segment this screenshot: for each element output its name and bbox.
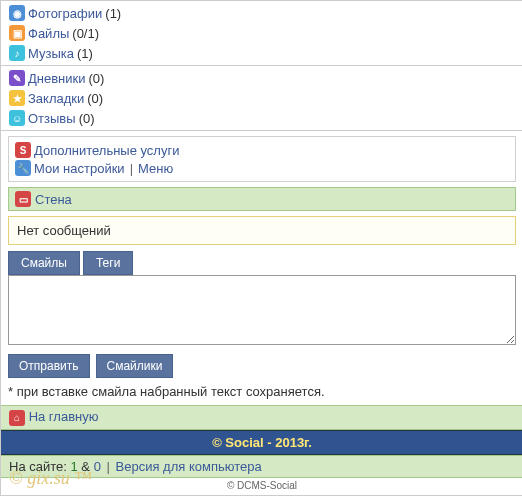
post-tabs: Смайлы Теги xyxy=(8,251,516,275)
link-photos[interactable]: Фотографии xyxy=(28,6,102,21)
nav-item-diaries[interactable]: ✎ Дневники (0) xyxy=(1,68,522,88)
online-prefix: На сайте: xyxy=(9,459,67,474)
camera-icon: ◉ xyxy=(9,5,25,21)
home-icon: ⌂ xyxy=(9,410,25,426)
tab-tags[interactable]: Теги xyxy=(83,251,133,275)
amp: & xyxy=(81,459,90,474)
my-settings-row: 🔧 Мои настройки | Меню xyxy=(15,159,509,177)
link-diaries[interactable]: Дневники xyxy=(28,71,86,86)
hint-text: * при вставке смайла набранный текст сох… xyxy=(8,384,516,399)
star-icon: ★ xyxy=(9,90,25,106)
nav-item-reviews[interactable]: ☺ Отзывы (0) xyxy=(1,108,522,128)
reviews-icon: ☺ xyxy=(9,110,25,126)
app-container: ◉ Фотографии (1) ▣ Файлы (0/1) ♪ Музыка … xyxy=(0,0,522,496)
send-button[interactable]: Отправить xyxy=(8,354,90,378)
smilies-button[interactable]: Смайлики xyxy=(96,354,174,378)
wrench-icon: 🔧 xyxy=(15,160,31,176)
button-row: Отправить Смайлики xyxy=(8,354,516,378)
nav-item-files[interactable]: ▣ Файлы (0/1) xyxy=(1,23,522,43)
online-bar: На сайте: 1 & 0 | Версия для компьютера xyxy=(1,455,522,478)
nav-item-music[interactable]: ♪ Музыка (1) xyxy=(1,43,522,63)
link-files[interactable]: Файлы xyxy=(28,26,69,41)
link-music[interactable]: Музыка xyxy=(28,46,74,61)
link-menu[interactable]: Меню xyxy=(138,161,173,176)
services-icon: S xyxy=(15,142,31,158)
count: (1) xyxy=(105,6,121,21)
extra-services-row[interactable]: S Дополнительные услуги xyxy=(15,141,509,159)
link-pc-version[interactable]: Версия для компьютера xyxy=(116,459,262,474)
wall-icon: ▭ xyxy=(15,191,31,207)
nav-item-photos[interactable]: ◉ Фотографии (1) xyxy=(1,3,522,23)
nav-item-bookmarks[interactable]: ★ Закладки (0) xyxy=(1,88,522,108)
count: (1) xyxy=(77,46,93,61)
settings-box: S Дополнительные услуги 🔧 Мои настройки … xyxy=(8,136,516,182)
message-textarea[interactable] xyxy=(8,275,516,345)
online-count-0[interactable]: 0 xyxy=(94,459,101,474)
link-my-settings[interactable]: Мои настройки xyxy=(34,161,125,176)
wall-header: ▭ Стена xyxy=(8,187,516,211)
diary-icon: ✎ xyxy=(9,70,25,86)
textarea-wrap xyxy=(8,275,516,348)
count: (0) xyxy=(87,91,103,106)
link-reviews[interactable]: Отзывы xyxy=(28,111,76,126)
tab-smiles[interactable]: Смайлы xyxy=(8,251,80,275)
files-icon: ▣ xyxy=(9,25,25,41)
nav-block-1: ◉ Фотографии (1) ▣ Файлы (0/1) ♪ Музыка … xyxy=(1,1,522,66)
link-home[interactable]: На главную xyxy=(29,409,99,424)
online-count-1[interactable]: 1 xyxy=(71,459,78,474)
count: (0) xyxy=(79,111,95,126)
nav-block-2: ✎ Дневники (0) ★ Закладки (0) ☺ Отзывы (… xyxy=(1,66,522,131)
link-extra-services[interactable]: Дополнительные услуги xyxy=(34,143,179,158)
separator: | xyxy=(130,161,133,176)
wall-empty-message: Нет сообщений xyxy=(8,216,516,245)
separator: | xyxy=(107,459,110,474)
music-icon: ♪ xyxy=(9,45,25,61)
copyright-bar: © Social - 2013г. xyxy=(1,430,522,455)
wall-title[interactable]: Стена xyxy=(35,192,72,207)
link-bookmarks[interactable]: Закладки xyxy=(28,91,84,106)
footer-credit: © DCMS-Social xyxy=(1,478,522,495)
count: (0/1) xyxy=(72,26,99,41)
home-bar: ⌂ На главную xyxy=(1,405,522,430)
count: (0) xyxy=(89,71,105,86)
